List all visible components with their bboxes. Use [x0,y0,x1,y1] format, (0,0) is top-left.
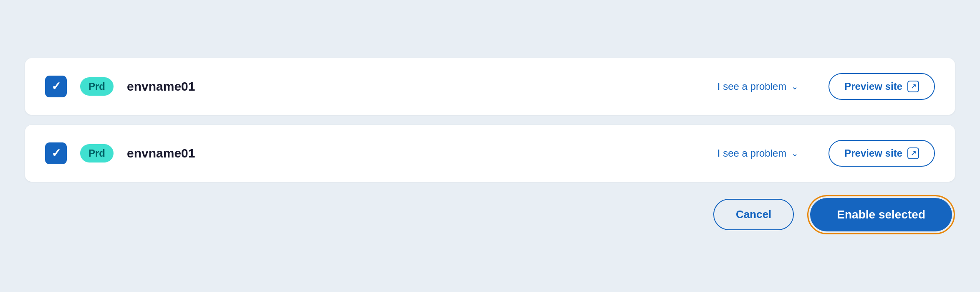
problem-label-1: I see a problem [717,81,786,92]
chevron-down-icon-1: ⌄ [791,81,798,91]
preview-site-label-1: Preview site [844,81,902,92]
env-name-2: envname01 [127,146,704,160]
main-container: ✓ Prd envname01 I see a problem ⌄ Previe… [25,58,955,234]
check-icon-2: ✓ [51,147,61,159]
preview-site-button-1[interactable]: Preview site ↗ [828,73,935,100]
env-name-1: envname01 [127,79,704,94]
problem-dropdown-2[interactable]: I see a problem ⌄ [717,147,798,159]
enable-selected-button[interactable]: Enable selected [810,198,952,231]
env-card-1: ✓ Prd envname01 I see a problem ⌄ Previe… [25,58,955,115]
env-badge-1: Prd [80,77,114,96]
chevron-down-icon-2: ⌄ [791,148,798,158]
preview-site-button-2[interactable]: Preview site ↗ [828,140,935,167]
problem-dropdown-1[interactable]: I see a problem ⌄ [717,81,798,92]
problem-label-2: I see a problem [717,147,786,159]
external-link-icon-2: ↗ [907,147,919,159]
enable-button-wrapper: Enable selected [807,195,955,234]
checkbox-1[interactable]: ✓ [45,76,67,97]
actions-row: Cancel Enable selected [25,195,955,234]
check-icon-1: ✓ [51,81,61,92]
env-badge-2: Prd [80,144,114,163]
checkbox-2[interactable]: ✓ [45,142,67,164]
env-card-2: ✓ Prd envname01 I see a problem ⌄ Previe… [25,125,955,182]
external-link-icon-1: ↗ [907,81,919,92]
preview-site-label-2: Preview site [844,147,902,159]
cancel-button[interactable]: Cancel [713,199,794,230]
